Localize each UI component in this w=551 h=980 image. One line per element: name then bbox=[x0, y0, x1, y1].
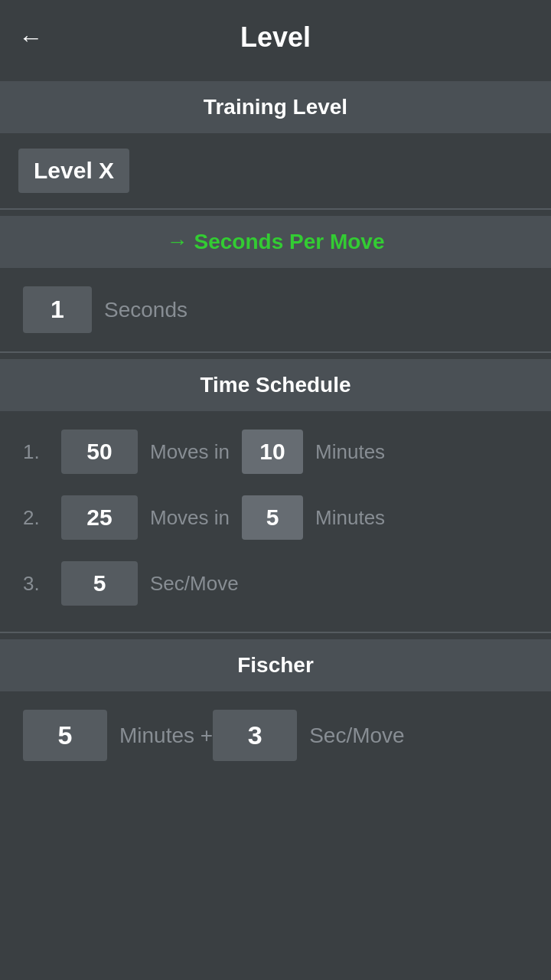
schedule-row-3: 3. 5 Sec/Move bbox=[18, 550, 533, 616]
seconds-unit-label: Seconds bbox=[104, 298, 187, 322]
arrow-icon: → bbox=[167, 230, 188, 253]
minutes-label-2: Minutes bbox=[315, 506, 385, 530]
fischer-sec-label: Sec/Move bbox=[309, 724, 405, 748]
seconds-value-row: 1 Seconds bbox=[0, 268, 551, 351]
fischer-section-header: Fischer bbox=[0, 639, 551, 691]
header: ← Level bbox=[0, 0, 551, 75]
moves-in-label-2: Moves in bbox=[150, 506, 230, 530]
page-title: Level bbox=[240, 21, 311, 54]
schedule-moves-3[interactable]: 5 bbox=[61, 561, 138, 606]
row-num-2: 2. bbox=[23, 506, 46, 530]
fischer-label: Fischer bbox=[237, 653, 314, 677]
sec-move-label-3: Sec/Move bbox=[150, 572, 239, 596]
fischer-minutes-label: Minutes + bbox=[119, 724, 213, 748]
fischer-minutes-value[interactable]: 5 bbox=[23, 710, 107, 761]
seconds-per-move-label: →Seconds Per Move bbox=[167, 230, 385, 253]
row-num-3: 3. bbox=[23, 572, 46, 596]
schedule-time-2[interactable]: 5 bbox=[242, 495, 303, 540]
moves-in-label-1: Moves in bbox=[150, 440, 230, 464]
schedule-row-1: 1. 50 Moves in 10 Minutes bbox=[18, 419, 533, 485]
training-level-label: Training Level bbox=[204, 95, 347, 119]
schedule-row-2: 2. 25 Moves in 5 Minutes bbox=[18, 485, 533, 550]
schedule-time-1[interactable]: 10 bbox=[242, 430, 303, 474]
seconds-value-box[interactable]: 1 bbox=[23, 286, 92, 333]
time-schedule-content: 1. 50 Moves in 10 Minutes 2. 25 Moves in… bbox=[0, 411, 551, 632]
level-selector[interactable]: Level X bbox=[18, 149, 129, 193]
fischer-sec-value[interactable]: 3 bbox=[213, 710, 297, 761]
minutes-label-1: Minutes bbox=[315, 440, 385, 464]
schedule-moves-1[interactable]: 50 bbox=[61, 430, 138, 474]
training-level-section-header: Training Level bbox=[0, 81, 551, 133]
divider-1 bbox=[0, 208, 551, 210]
seconds-per-move-section-header[interactable]: →Seconds Per Move bbox=[0, 216, 551, 268]
divider-3 bbox=[0, 632, 551, 633]
level-row: Level X bbox=[0, 133, 551, 208]
time-schedule-label: Time Schedule bbox=[200, 373, 350, 397]
back-button[interactable]: ← bbox=[18, 25, 43, 50]
schedule-moves-2[interactable]: 25 bbox=[61, 495, 138, 540]
row-num-1: 1. bbox=[23, 440, 46, 464]
time-schedule-section-header: Time Schedule bbox=[0, 359, 551, 411]
divider-2 bbox=[0, 351, 551, 353]
fischer-row: 5 Minutes + 3 Sec/Move bbox=[0, 691, 551, 779]
